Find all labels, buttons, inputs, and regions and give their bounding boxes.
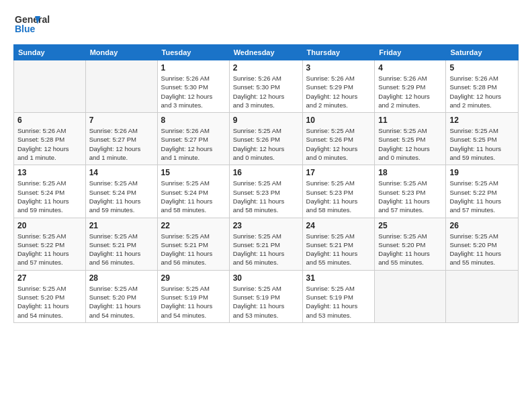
day-number: 22: [161, 221, 226, 230]
calendar-cell: 31Sunrise: 5:25 AM Sunset: 5:19 PM Dayli…: [302, 270, 375, 322]
day-number: 17: [306, 168, 371, 177]
day-info: Sunrise: 5:25 AM Sunset: 5:20 PM Dayligh…: [449, 232, 515, 267]
calendar-cell: 2Sunrise: 5:26 AM Sunset: 5:30 PM Daylig…: [229, 60, 302, 113]
day-number: 1: [161, 63, 226, 73]
day-number: 31: [306, 273, 371, 283]
day-number: 11: [378, 116, 442, 125]
day-info: Sunrise: 5:25 AM Sunset: 5:19 PM Dayligh…: [233, 284, 299, 320]
day-number: 5: [449, 63, 515, 73]
calendar-cell: 28Sunrise: 5:25 AM Sunset: 5:20 PM Dayli…: [85, 270, 157, 322]
calendar-cell: 17Sunrise: 5:25 AM Sunset: 5:23 PM Dayli…: [302, 165, 375, 218]
calendar-cell: 19Sunrise: 5:25 AM Sunset: 5:22 PM Dayli…: [446, 165, 519, 218]
day-info: Sunrise: 5:26 AM Sunset: 5:29 PM Dayligh…: [378, 74, 442, 109]
day-info: Sunrise: 5:25 AM Sunset: 5:20 PM Dayligh…: [378, 232, 442, 267]
calendar-cell: 26Sunrise: 5:25 AM Sunset: 5:20 PM Dayli…: [446, 218, 519, 270]
day-info: Sunrise: 5:25 AM Sunset: 5:24 PM Dayligh…: [161, 179, 226, 214]
day-info: Sunrise: 5:25 AM Sunset: 5:26 PM Dayligh…: [306, 126, 371, 162]
calendar-cell: 24Sunrise: 5:25 AM Sunset: 5:21 PM Dayli…: [302, 218, 375, 270]
calendar-cell: 27Sunrise: 5:25 AM Sunset: 5:20 PM Dayli…: [14, 270, 86, 322]
calendar-cell: [14, 60, 86, 113]
day-number: 16: [233, 168, 299, 177]
calendar-cell: 10Sunrise: 5:25 AM Sunset: 5:26 PM Dayli…: [302, 113, 375, 165]
calendar-cell: 13Sunrise: 5:25 AM Sunset: 5:24 PM Dayli…: [14, 165, 86, 218]
calendar-cell: 16Sunrise: 5:25 AM Sunset: 5:23 PM Dayli…: [229, 165, 302, 218]
day-info: Sunrise: 5:25 AM Sunset: 5:19 PM Dayligh…: [306, 284, 371, 320]
calendar-cell: 8Sunrise: 5:26 AM Sunset: 5:27 PM Daylig…: [157, 113, 229, 165]
weekday-header-wednesday: Wednesday: [229, 45, 302, 60]
logo-icon: General Blue: [13, 11, 60, 38]
day-info: Sunrise: 5:25 AM Sunset: 5:22 PM Dayligh…: [17, 232, 82, 267]
calendar-cell: 9Sunrise: 5:25 AM Sunset: 5:26 PM Daylig…: [229, 113, 302, 165]
day-number: 14: [89, 168, 154, 177]
weekday-header-thursday: Thursday: [302, 45, 375, 60]
day-number: 26: [449, 221, 515, 230]
calendar-cell: 1Sunrise: 5:26 AM Sunset: 5:30 PM Daylig…: [157, 60, 229, 113]
day-info: Sunrise: 5:25 AM Sunset: 5:21 PM Dayligh…: [161, 232, 226, 267]
day-info: Sunrise: 5:25 AM Sunset: 5:23 PM Dayligh…: [306, 179, 371, 214]
calendar-cell: 25Sunrise: 5:25 AM Sunset: 5:20 PM Dayli…: [375, 218, 446, 270]
calendar-cell: 20Sunrise: 5:25 AM Sunset: 5:22 PM Dayli…: [14, 218, 86, 270]
day-number: 6: [17, 116, 82, 125]
calendar-cell: [446, 270, 519, 322]
day-number: 18: [378, 168, 442, 177]
calendar-cell: 6Sunrise: 5:26 AM Sunset: 5:28 PM Daylig…: [14, 113, 86, 165]
day-number: 21: [89, 221, 154, 230]
svg-text:Blue: Blue: [15, 24, 36, 34]
weekday-header-sunday: Sunday: [14, 45, 86, 60]
weekday-header-friday: Friday: [375, 45, 446, 60]
weekday-header-saturday: Saturday: [446, 45, 519, 60]
day-info: Sunrise: 5:25 AM Sunset: 5:20 PM Dayligh…: [17, 284, 82, 320]
week-row-1: 1Sunrise: 5:26 AM Sunset: 5:30 PM Daylig…: [14, 60, 519, 113]
day-info: Sunrise: 5:26 AM Sunset: 5:27 PM Dayligh…: [89, 126, 154, 162]
day-number: 19: [449, 168, 515, 177]
day-info: Sunrise: 5:25 AM Sunset: 5:21 PM Dayligh…: [89, 232, 154, 267]
day-info: Sunrise: 5:26 AM Sunset: 5:28 PM Dayligh…: [17, 126, 82, 162]
day-info: Sunrise: 5:26 AM Sunset: 5:27 PM Dayligh…: [161, 126, 226, 162]
day-info: Sunrise: 5:25 AM Sunset: 5:19 PM Dayligh…: [161, 284, 226, 320]
day-info: Sunrise: 5:26 AM Sunset: 5:30 PM Dayligh…: [161, 74, 226, 109]
day-number: 13: [17, 168, 82, 177]
day-info: Sunrise: 5:25 AM Sunset: 5:25 PM Dayligh…: [378, 126, 442, 162]
day-info: Sunrise: 5:25 AM Sunset: 5:23 PM Dayligh…: [378, 179, 442, 214]
week-row-5: 27Sunrise: 5:25 AM Sunset: 5:20 PM Dayli…: [14, 270, 519, 322]
calendar-cell: 23Sunrise: 5:25 AM Sunset: 5:21 PM Dayli…: [229, 218, 302, 270]
calendar-cell: [85, 60, 157, 113]
day-info: Sunrise: 5:26 AM Sunset: 5:30 PM Dayligh…: [233, 74, 299, 109]
week-row-2: 6Sunrise: 5:26 AM Sunset: 5:28 PM Daylig…: [14, 113, 519, 165]
calendar-table: SundayMondayTuesdayWednesdayThursdayFrid…: [13, 44, 519, 323]
header: General Blue: [13, 11, 519, 38]
day-info: Sunrise: 5:26 AM Sunset: 5:28 PM Dayligh…: [449, 74, 515, 109]
page: General Blue SundayMondayTuesdayWednesda…: [0, 0, 532, 411]
day-number: 23: [233, 221, 299, 230]
weekday-header-monday: Monday: [85, 45, 157, 60]
calendar-cell: 4Sunrise: 5:26 AM Sunset: 5:29 PM Daylig…: [375, 60, 446, 113]
day-number: 2: [233, 63, 299, 73]
calendar-cell: 14Sunrise: 5:25 AM Sunset: 5:24 PM Dayli…: [85, 165, 157, 218]
day-info: Sunrise: 5:25 AM Sunset: 5:22 PM Dayligh…: [449, 179, 515, 214]
day-info: Sunrise: 5:25 AM Sunset: 5:23 PM Dayligh…: [233, 179, 299, 214]
day-number: 20: [17, 221, 82, 230]
weekday-header-tuesday: Tuesday: [157, 45, 229, 60]
calendar-cell: [375, 270, 446, 322]
day-info: Sunrise: 5:25 AM Sunset: 5:21 PM Dayligh…: [306, 232, 371, 267]
week-row-4: 20Sunrise: 5:25 AM Sunset: 5:22 PM Dayli…: [14, 218, 519, 270]
day-number: 9: [233, 116, 299, 125]
day-info: Sunrise: 5:25 AM Sunset: 5:20 PM Dayligh…: [89, 284, 154, 320]
day-number: 24: [306, 221, 371, 230]
calendar-cell: 21Sunrise: 5:25 AM Sunset: 5:21 PM Dayli…: [85, 218, 157, 270]
calendar-cell: 29Sunrise: 5:25 AM Sunset: 5:19 PM Dayli…: [157, 270, 229, 322]
week-row-3: 13Sunrise: 5:25 AM Sunset: 5:24 PM Dayli…: [14, 165, 519, 218]
calendar-cell: 22Sunrise: 5:25 AM Sunset: 5:21 PM Dayli…: [157, 218, 229, 270]
calendar-cell: 7Sunrise: 5:26 AM Sunset: 5:27 PM Daylig…: [85, 113, 157, 165]
day-number: 30: [233, 273, 299, 283]
logo: General Blue: [13, 11, 60, 38]
day-number: 29: [161, 273, 226, 283]
day-info: Sunrise: 5:25 AM Sunset: 5:26 PM Dayligh…: [233, 126, 299, 162]
day-number: 25: [378, 221, 442, 230]
day-number: 3: [306, 63, 371, 73]
calendar-cell: 11Sunrise: 5:25 AM Sunset: 5:25 PM Dayli…: [375, 113, 446, 165]
calendar-cell: 15Sunrise: 5:25 AM Sunset: 5:24 PM Dayli…: [157, 165, 229, 218]
calendar-cell: 3Sunrise: 5:26 AM Sunset: 5:29 PM Daylig…: [302, 60, 375, 113]
day-number: 12: [449, 116, 515, 125]
day-info: Sunrise: 5:25 AM Sunset: 5:24 PM Dayligh…: [89, 179, 154, 214]
